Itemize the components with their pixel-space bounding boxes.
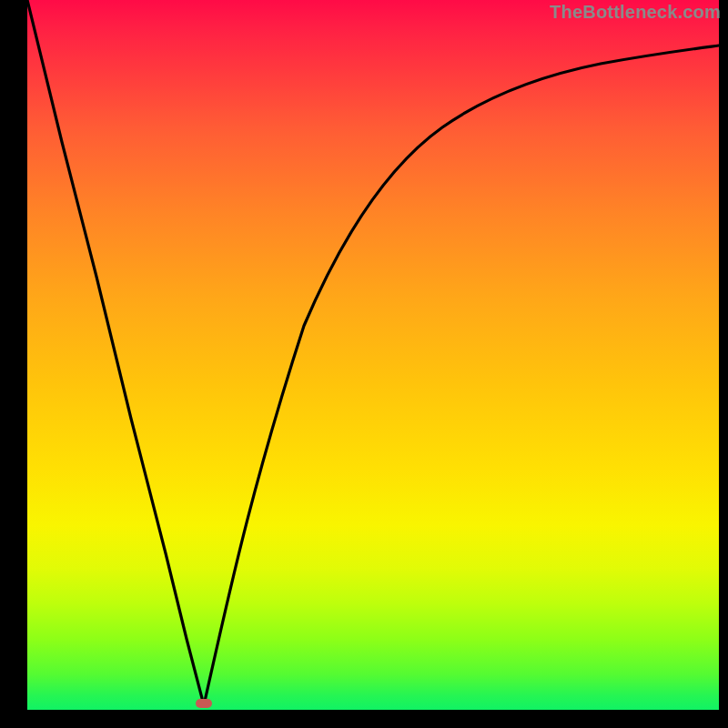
optimal-point-marker — [196, 699, 212, 708]
watermark-text: TheBottleneck.com — [550, 2, 721, 23]
bottleneck-curve — [27, 0, 719, 710]
plot-area — [27, 0, 719, 710]
